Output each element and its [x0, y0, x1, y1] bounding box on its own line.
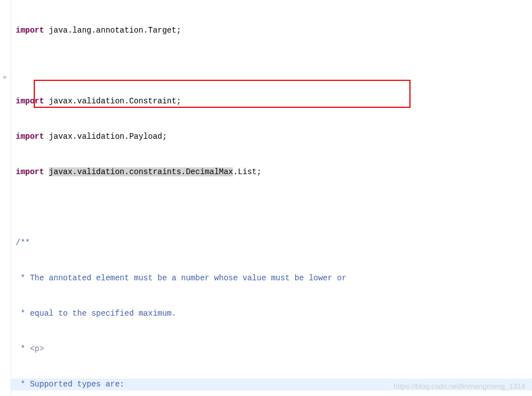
line-number	[1, 225, 8, 237]
code-line: import java.lang.annotation.Target;	[11, 25, 532, 37]
code-line: import javax.validation.Constraint;	[11, 95, 532, 107]
line-number	[1, 166, 8, 178]
line-number	[1, 320, 8, 331]
code-text-area[interactable]: import java.lang.annotation.Target; impo…	[11, 0, 532, 396]
line-number	[1, 367, 8, 379]
line-number	[1, 60, 8, 72]
code-line: /**	[11, 237, 532, 249]
line-number	[1, 355, 8, 367]
line-number	[1, 261, 8, 272]
line-number	[1, 37, 8, 48]
code-line	[11, 202, 532, 213]
line-number	[1, 202, 8, 213]
highlighted-import: javax.validation.constraints.DecimalMax	[49, 167, 233, 176]
code-line: * equal to the specified maximum.	[11, 308, 532, 320]
line-number-gutter: ⊖	[0, 0, 11, 396]
line-number	[1, 84, 8, 95]
line-number	[1, 95, 8, 107]
code-line: * <p>	[11, 343, 532, 355]
watermark-text: https://blog.csdn.net/linmengmeng_1314	[394, 382, 525, 390]
line-number	[1, 143, 8, 154]
line-number	[1, 25, 8, 37]
code-line: import javax.validation.constraints.Deci…	[11, 166, 532, 178]
line-number	[1, 296, 8, 308]
line-number	[1, 13, 8, 25]
fold-icon[interactable]: ⊖	[2, 75, 7, 80]
line-number: ⊖	[1, 72, 8, 84]
line-number	[1, 272, 8, 284]
line-number	[1, 107, 8, 119]
line-number	[1, 213, 8, 225]
code-line: import javax.validation.Payload;	[11, 131, 532, 143]
code-editor: ⊖ import java.lang.annotation.Target; im…	[0, 0, 532, 396]
line-number	[1, 284, 8, 296]
line-number	[1, 308, 8, 320]
code-line	[11, 60, 532, 72]
line-number	[1, 331, 8, 343]
line-number	[1, 249, 8, 261]
code-line: * The annotated element must be a number…	[11, 272, 532, 284]
line-number	[1, 190, 8, 202]
line-number	[1, 343, 8, 355]
line-number	[1, 119, 8, 131]
line-number	[1, 154, 8, 166]
line-number	[1, 237, 8, 249]
line-number	[1, 131, 8, 143]
line-number	[1, 48, 8, 60]
line-number	[1, 1, 8, 13]
line-number	[1, 178, 8, 190]
